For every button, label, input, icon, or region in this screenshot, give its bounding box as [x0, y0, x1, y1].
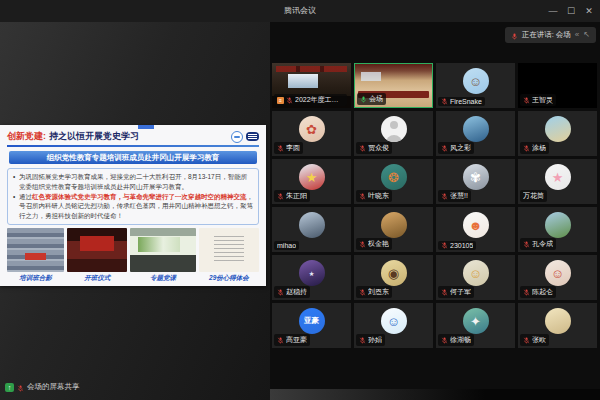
participant-name: 朱正阳 [286, 191, 307, 201]
participant-tile[interactable]: 贾众俊 [354, 111, 433, 156]
participant-caption: 陈起仑 [520, 286, 556, 298]
participant-tile[interactable]: ☻230105 [436, 207, 515, 252]
photo-document [199, 228, 259, 272]
avatar [463, 116, 489, 142]
bullet2-red-text: 红色资源体验式党史学习教育，与革命先辈进行了一次穿越时空的精神交流 [32, 193, 247, 200]
popout-icon[interactable]: ↖ [583, 27, 590, 43]
avatar [545, 308, 571, 334]
participant-tile[interactable]: 涂杨 [518, 111, 597, 156]
participant-tile[interactable]: ★朱正阳 [272, 159, 351, 204]
avatar: ❂ [381, 164, 407, 190]
participant-tile[interactable]: 权金艳 [354, 207, 433, 252]
collapse-icon[interactable]: « [575, 27, 579, 43]
participant-name: FireSnake [450, 98, 482, 105]
avatar: ☺ [381, 308, 407, 334]
participant-name: 会场 [369, 94, 383, 104]
close-button[interactable]: ✕ [580, 6, 598, 16]
avatar-glyph: ✿ [306, 123, 317, 136]
video-banner-decoration [276, 66, 347, 72]
grid-bottom-fade [270, 389, 600, 400]
avatar: ⋆ [299, 260, 325, 286]
avatar: ☺ [545, 260, 571, 286]
participant-caption: 朱正阳 [274, 190, 310, 202]
participant-name: 孙娟 [368, 335, 382, 345]
photo-caption: 专题党课 [130, 274, 196, 283]
mic-muted-icon [523, 145, 530, 152]
shared-doc-badge-icon: ≡ [277, 97, 284, 104]
mic-muted-icon [17, 385, 24, 392]
avatar-glyph: ★ [552, 171, 564, 184]
participant-tile[interactable]: ★万花筒 [518, 159, 597, 204]
participant-tile[interactable]: 王智灵 [518, 63, 597, 108]
slide-header-prefix: 创新党建: [7, 130, 46, 143]
participant-tile[interactable]: ✿李圆 [272, 111, 351, 156]
participant-caption: 孔令成 [520, 238, 556, 250]
participant-tile[interactable]: 会场 [354, 63, 433, 108]
video-window-decoration [361, 72, 381, 81]
video-grid: ≡2022年度工作总结暨述职测评大...会场☺FireSnake王智灵✿李圆贾众… [272, 63, 597, 348]
minimize-button[interactable]: — [544, 6, 562, 16]
participant-tile[interactable]: ◉刘恩东 [354, 255, 433, 300]
mic-muted-icon [286, 97, 293, 104]
participant-caption: 贾众俊 [356, 142, 392, 154]
slide-header-title: 持之以恒开展党史学习 [49, 130, 139, 143]
participant-caption: 叶晓东 [356, 190, 392, 202]
participant-tile[interactable]: ✦徐湖畅 [436, 303, 515, 348]
maximize-button[interactable]: ☐ [562, 6, 580, 16]
avatar [299, 212, 325, 238]
participant-name: 涂杨 [532, 143, 546, 153]
mic-on-icon [360, 96, 367, 103]
mic-muted-icon [277, 337, 284, 344]
participant-tile[interactable]: ☺何子军 [436, 255, 515, 300]
photo-group-shot [7, 228, 64, 272]
participant-caption: 赵稳持 [274, 286, 310, 298]
photo-caption: 开班仪式 [67, 274, 127, 283]
participant-tile[interactable]: ☺孙娟 [354, 303, 433, 348]
mic-muted-icon [359, 337, 366, 344]
participant-name: 230105 [450, 242, 473, 249]
participant-caption: 张慧!! [438, 190, 471, 202]
avatar [545, 116, 571, 142]
participant-tile[interactable]: 孔令成 [518, 207, 597, 252]
participant-tile[interactable]: 风之彩 [436, 111, 515, 156]
participant-tile[interactable]: ✾张慧!! [436, 159, 515, 204]
meeting-window: 腾讯会议 — ☐ ✕ 创新党建: 持之以恒开展党史学习 组织党性教育专题培训班成… [0, 0, 600, 400]
participant-name: 贾众俊 [368, 143, 389, 153]
participant-tile[interactable]: ☺陈起仑 [518, 255, 597, 300]
mic-muted-icon [277, 145, 284, 152]
mic-muted-icon [359, 289, 366, 296]
participant-tile[interactable]: ☺FireSnake [436, 63, 515, 108]
participant-tile[interactable]: mihao [272, 207, 351, 252]
active-speaker-label: 正在讲话: 会场 [522, 30, 571, 40]
participant-caption: 孙娟 [356, 334, 385, 346]
participant-caption: 何子军 [438, 286, 474, 298]
participant-name: 何子军 [450, 287, 471, 297]
slide-logos [231, 131, 259, 143]
partner-logo-icon [246, 132, 259, 141]
screen-share-icon: ↑ [5, 383, 14, 392]
photo-caption: 29份心得体会 [199, 274, 259, 283]
participant-tile[interactable]: ⋆赵稳持 [272, 255, 351, 300]
avatar-glyph: ⋆ [307, 267, 315, 280]
avatar-glyph: ★ [306, 171, 318, 184]
participant-caption: ≡2022年度工作总结暨述职测评大... [274, 94, 347, 106]
slide-body-text: 为巩固拓展党史学习教育成果，迎接党的二十大胜利召开，8月13-17日，智能所党委… [7, 168, 259, 225]
participant-name: 孔令成 [532, 239, 553, 249]
participant-tile[interactable]: 亚豪高亚豪 [272, 303, 351, 348]
slide-bullet-1: 为巩固拓展党史学习教育成果，迎接党的二十大胜利召开，8月13-17日，智能所党委… [13, 172, 253, 192]
avatar: ✿ [299, 116, 325, 142]
avatar-glyph: ❂ [388, 171, 399, 184]
participant-tile[interactable]: ❂叶晓东 [354, 159, 433, 204]
slide-photo-captions: 培训班合影 开班仪式 专题党课 29份心得体会 [7, 274, 259, 283]
participants-pane: 正在讲话: 会场 « ↖ ≡2022年度工作总结暨述职测评大...会场☺Fire… [270, 22, 600, 400]
participant-name: 张慧!! [450, 191, 468, 201]
participant-tile[interactable]: 张欧 [518, 303, 597, 348]
avatar-glyph: ◉ [388, 267, 399, 280]
active-speaker-banner: 正在讲话: 会场 « ↖ [505, 27, 596, 43]
participant-tile[interactable]: ≡2022年度工作总结暨述职测评大... [272, 63, 351, 108]
window-title: 腾讯会议 [0, 0, 600, 22]
avatar: ◉ [381, 260, 407, 286]
avatar [545, 212, 571, 238]
participant-name: mihao [277, 242, 296, 249]
participant-caption: 230105 [438, 241, 476, 250]
